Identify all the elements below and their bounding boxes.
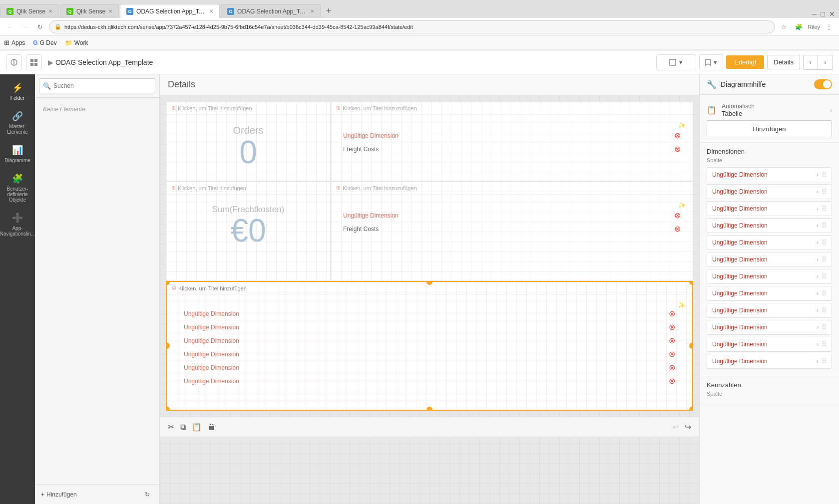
- dim8-drag[interactable]: ⠿: [822, 289, 827, 297]
- dim6-drag[interactable]: ⠿: [822, 255, 827, 263]
- tab-3[interactable]: O ODAG Selection App_Tem... ✕: [120, 4, 220, 18]
- large-dim6-remove[interactable]: ⊗: [669, 376, 675, 386]
- dim11-drag[interactable]: ⠿: [822, 340, 827, 348]
- widget-frachtkosten-title[interactable]: ⊕ Klicken, um Titel hinzufügen: [166, 182, 330, 195]
- resize-handle-bl[interactable]: [166, 407, 170, 411]
- dim7-drag[interactable]: ⠿: [822, 272, 827, 280]
- sidebar-item-master[interactable]: 🔗 Master-Elemente: [0, 107, 35, 139]
- dim2-drag[interactable]: ⠿: [822, 188, 827, 196]
- delete-icon[interactable]: 🗑: [208, 423, 216, 432]
- new-tab-button[interactable]: +: [322, 4, 336, 18]
- dim4-drag[interactable]: ⠿: [822, 222, 827, 230]
- resize-handle-br[interactable]: [689, 407, 693, 411]
- large-dim5-remove[interactable]: ⊗: [669, 363, 675, 372]
- panel-add-button[interactable]: + Hinzufügen: [41, 491, 77, 498]
- dim-item-3[interactable]: Ungültige Dimension › ⠿: [707, 201, 832, 216]
- table2-dim1-remove[interactable]: ⊗: [674, 211, 681, 220]
- sidebar-item-felder[interactable]: ⚡ Felder: [0, 78, 35, 105]
- dim9-drag[interactable]: ⠿: [822, 306, 827, 314]
- view-toggle-button[interactable]: [26, 54, 42, 70]
- bookmark-apps[interactable]: ⊞ Apps: [4, 39, 25, 46]
- folder-icon: 📁: [65, 39, 72, 46]
- table1-dim2-remove[interactable]: ⊗: [674, 144, 681, 154]
- dim-item-5[interactable]: Ungültige Dimension › ⠿: [707, 235, 832, 250]
- sidebar-item-appnav[interactable]: ➕ App-Navigationslin...: [0, 209, 35, 241]
- resize-handle-bm[interactable]: [426, 407, 432, 411]
- table2-dim2-remove[interactable]: ⊗: [674, 224, 681, 234]
- home-button[interactable]: [6, 54, 22, 70]
- bookmark-work[interactable]: 📁 Work: [65, 39, 88, 46]
- dim-item-1[interactable]: Ungültige Dimension › ⠿: [707, 167, 832, 182]
- dim-item-2[interactable]: Ungültige Dimension › ⠿: [707, 184, 832, 199]
- dim-item-8[interactable]: Ungültige Dimension › ⠿: [707, 286, 832, 301]
- toggle-diagrammhilfe[interactable]: [814, 79, 832, 89]
- widget-orders-title[interactable]: ⊕ Klicken, um Titel hinzuzufügen: [166, 102, 330, 115]
- dim12-drag[interactable]: ⠿: [822, 357, 827, 365]
- widget-table-2[interactable]: ⊕ Klicken, um Titel hinzuzufügen ✨ Ungül…: [331, 181, 693, 281]
- dim-item-12[interactable]: Ungültige Dimension › ⠿: [707, 354, 832, 369]
- dim-item-10[interactable]: Ungültige Dimension › ⠿: [707, 320, 832, 335]
- view-mode-button[interactable]: ▼: [656, 54, 696, 70]
- prev-sheet-button[interactable]: ‹: [803, 55, 818, 70]
- dim5-drag[interactable]: ⠿: [822, 239, 827, 247]
- menu-button[interactable]: ⋮: [823, 21, 835, 33]
- bookmark-button[interactable]: ☆: [778, 21, 790, 33]
- paste-icon[interactable]: 📋: [192, 422, 202, 432]
- undo-button[interactable]: ↩: [672, 422, 679, 432]
- wand-icon-large[interactable]: ✨: [678, 302, 685, 309]
- widget-row-2: ⊕ Klicken, um Titel hinzufügen Sum(Frach…: [166, 181, 693, 281]
- panel-refresh-button[interactable]: ↻: [141, 489, 153, 501]
- large-dim2-remove[interactable]: ⊗: [669, 322, 675, 332]
- maximize-button[interactable]: □: [821, 10, 825, 18]
- widget-table1-title[interactable]: ⊕ Klicken, um Titel hinzuzufügen: [331, 102, 693, 115]
- minimize-button[interactable]: ─: [812, 10, 817, 18]
- details-button[interactable]: Details: [767, 55, 800, 69]
- forward-button[interactable]: →: [19, 21, 31, 33]
- close-browser-button[interactable]: ✕: [829, 10, 835, 18]
- dim1-drag[interactable]: ⠿: [822, 171, 827, 179]
- dim3-drag[interactable]: ⠿: [822, 205, 827, 213]
- copy-icon[interactable]: ⧉: [180, 423, 186, 432]
- widget-table2-title[interactable]: ⊕ Klicken, um Titel hinzuzufügen: [331, 182, 693, 195]
- tab-1[interactable]: Q Qlik Sense ✕: [0, 4, 59, 18]
- dim10-drag[interactable]: ⠿: [822, 323, 827, 331]
- back-button[interactable]: ←: [4, 21, 16, 33]
- widget-table-1[interactable]: ⊕ Klicken, um Titel hinzuzufügen ✨ Ungül…: [331, 101, 693, 181]
- reload-button[interactable]: ↻: [34, 21, 46, 33]
- widget-orders[interactable]: ⊕ Klicken, um Titel hinzuzufügen Orders …: [166, 101, 331, 181]
- next-sheet-button[interactable]: ›: [818, 55, 833, 70]
- wand-icon-1[interactable]: ✨: [678, 122, 686, 129]
- large-dim4-remove[interactable]: ⊗: [669, 349, 675, 359]
- large-dim3-remove[interactable]: ⊗: [669, 336, 675, 345]
- dim-item-4[interactable]: Ungültige Dimension › ⠿: [707, 218, 832, 233]
- hinzufuegen-button[interactable]: Hinzufügen: [707, 120, 832, 137]
- tab-2[interactable]: Q Qlik Sense ✕: [60, 4, 119, 18]
- scissors-icon[interactable]: ✂: [168, 422, 174, 432]
- sidebar-item-diagramme[interactable]: 📊 Diagramme: [0, 141, 35, 167]
- tab-1-close[interactable]: ✕: [48, 8, 52, 14]
- redo-button[interactable]: ↪: [685, 422, 691, 432]
- erledigt-button[interactable]: Erledigt: [726, 55, 764, 69]
- resize-handle-mr[interactable]: [689, 343, 693, 349]
- dim-item-11[interactable]: Ungültige Dimension › ⠿: [707, 337, 832, 352]
- wand-icon-2[interactable]: ✨: [678, 202, 686, 209]
- large-dim1-remove[interactable]: ⊗: [669, 309, 675, 318]
- sidebar-item-benutzer[interactable]: 🧩 Benutzer-definierteObjekte: [0, 169, 35, 207]
- widget-large-selected[interactable]: ⊕ Klicken, um Titel hinzufügen ✨ Ungülti…: [166, 281, 693, 411]
- panel-search-input[interactable]: [39, 78, 155, 93]
- dim-item-7[interactable]: Ungültige Dimension › ⠿: [707, 269, 832, 284]
- tab-4-label: ODAG Selection App_Tem...: [237, 8, 307, 15]
- dim-item-6[interactable]: Ungültige Dimension › ⠿: [707, 252, 832, 267]
- extensions-button[interactable]: 🧩: [793, 21, 805, 33]
- widget-frachtkosten[interactable]: ⊕ Klicken, um Titel hinzufügen Sum(Frach…: [166, 181, 331, 281]
- dim-item-9[interactable]: Ungültige Dimension › ⠿: [707, 303, 832, 318]
- tab-2-close[interactable]: ✕: [108, 8, 112, 14]
- bookmark-dev[interactable]: G G Dev: [33, 39, 56, 46]
- tab-4-close[interactable]: ✕: [310, 8, 314, 14]
- table1-dim1-remove[interactable]: ⊗: [674, 131, 681, 140]
- bookmark-panel-button[interactable]: ▼: [699, 54, 723, 70]
- main-content: ⚡ Felder 🔗 Master-Elemente 📊 Diagramme 🧩…: [0, 74, 839, 504]
- address-bar[interactable]: 🔒 https://dedus-ckh.qliktech.com/sense/a…: [49, 20, 775, 33]
- tab-3-close[interactable]: ✕: [209, 8, 213, 14]
- tab-4[interactable]: O ODAG Selection App_Tem... ✕: [221, 4, 321, 18]
